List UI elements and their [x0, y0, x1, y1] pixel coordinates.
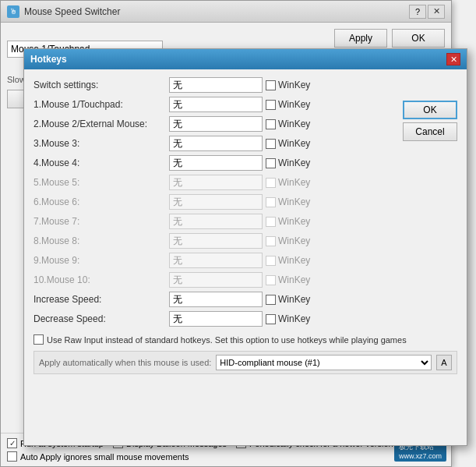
hotkeys-dialog: Hotkeys ✕ OK Cancel Switch settings: Win…: [23, 48, 467, 446]
hotkeys-row-10-winkey: WinKey: [266, 274, 328, 285]
apply-auto-label: Apply automatically when this mouse is u…: [39, 358, 211, 367]
hotkeys-row-6-winkey: WinKey: [266, 196, 328, 207]
hotkeys-row-6-winkey-check: [266, 197, 276, 207]
hotkeys-row-2-input[interactable]: [169, 116, 263, 132]
hotkeys-row-3-winkey-label: WinKey: [278, 138, 310, 149]
hotkeys-action-buttons: OK Cancel: [403, 101, 457, 141]
hotkeys-row-4-winkey-check[interactable]: [266, 158, 276, 168]
hotkeys-row-1-input[interactable]: [169, 97, 263, 112]
hotkeys-row-7-winkey: WinKey: [266, 216, 328, 227]
hotkeys-row-6-label: 6.Mouse 6:: [33, 196, 166, 207]
hotkeys-row-6-input: [169, 194, 263, 210]
main-title-bar: 🖱 Mouse Speed Switcher ? ✕: [1, 1, 451, 23]
raw-input-label: Use Raw Input instead of standard hotkey…: [47, 335, 407, 345]
hotkeys-row-4-winkey-label: WinKey: [278, 157, 310, 168]
hotkeys-row-12-winkey-check[interactable]: [266, 314, 276, 324]
hotkeys-row-7-winkey-label: WinKey: [278, 216, 310, 227]
hotkeys-title: Hotkeys: [30, 54, 67, 65]
apply-button[interactable]: Apply: [334, 29, 387, 48]
hotkeys-row-7-input: [169, 214, 263, 229]
hotkeys-row-0-winkey-check[interactable]: [266, 80, 276, 90]
hotkeys-row-12-winkey-label: WinKey: [278, 313, 310, 324]
hotkeys-row-1-winkey-label: WinKey: [278, 99, 310, 110]
raw-input-checkbox[interactable]: [33, 334, 44, 345]
hotkeys-row-4-input[interactable]: [169, 155, 263, 171]
hotkeys-row-11-label: Increase Speed:: [33, 294, 166, 305]
hotkeys-row-2-winkey-label: WinKey: [278, 119, 310, 129]
hotkeys-row-3-winkey-check[interactable]: [266, 139, 276, 149]
hotkeys-row-9-label: 9.Mouse 9:: [33, 255, 166, 266]
hotkeys-row-1-label: 1.Mouse 1/Touchpad:: [33, 99, 166, 110]
hotkeys-row-12-input[interactable]: [169, 311, 263, 327]
hotkeys-row-6-winkey-label: WinKey: [278, 196, 310, 207]
hotkeys-row-8-winkey-check: [266, 236, 276, 246]
hotkeys-row-5-winkey-check: [266, 178, 276, 188]
hotkeys-row-5-input: [169, 175, 263, 190]
hotkeys-row-1-winkey-check[interactable]: [266, 100, 276, 110]
hotkeys-row-4-winkey: WinKey: [266, 157, 328, 168]
hotkeys-row-3-label: 3.Mouse 3:: [33, 138, 166, 149]
hotkeys-row-8-winkey-label: WinKey: [278, 235, 310, 246]
help-button[interactable]: ?: [409, 5, 426, 19]
hotkeys-row-8-label: 8.Mouse 8:: [33, 235, 166, 246]
hotkeys-row-11-winkey: WinKey: [266, 294, 328, 305]
hotkeys-cancel-button[interactable]: Cancel: [403, 122, 457, 141]
auto-apply-label: Auto Apply ignores small mouse movements: [20, 452, 189, 462]
hotkeys-row-7-winkey-check: [266, 217, 276, 227]
hotkeys-row-8-winkey: WinKey: [266, 235, 328, 246]
run-at-startup-checkbox[interactable]: [7, 438, 17, 448]
main-window-title: Mouse Speed Switcher: [24, 6, 120, 17]
close-button[interactable]: ✕: [428, 5, 445, 19]
apply-auto-select[interactable]: HID-compliant mouse (#1): [216, 355, 432, 370]
hotkeys-row-11-input[interactable]: [169, 292, 263, 307]
hotkeys-row-12-label: Decrease Speed:: [33, 313, 166, 324]
hotkeys-row-2-winkey-check[interactable]: [266, 119, 276, 129]
ok-button[interactable]: OK: [392, 29, 445, 48]
hotkeys-row-12-winkey: WinKey: [266, 313, 328, 324]
hotkeys-row-11-winkey-label: WinKey: [278, 294, 310, 305]
raw-input-row: Use Raw Input instead of standard hotkey…: [33, 334, 457, 345]
hotkeys-row-1-winkey: WinKey: [266, 99, 328, 110]
hotkeys-row-9-input: [169, 253, 263, 268]
hotkeys-row-5-label: 5.Mouse 5:: [33, 177, 166, 188]
hotkeys-row-10-winkey-check: [266, 275, 276, 285]
hotkeys-row-0-winkey: WinKey: [266, 80, 328, 90]
hotkeys-row-7-label: 7.Mouse 7:: [33, 216, 166, 227]
hotkeys-row-0-winkey-label: WinKey: [278, 80, 310, 90]
hotkeys-row-5-winkey: WinKey: [266, 177, 328, 188]
hotkeys-ok-button[interactable]: OK: [403, 101, 457, 119]
hotkeys-close-button[interactable]: ✕: [446, 53, 460, 65]
hotkeys-row-10-input: [169, 272, 263, 288]
hotkeys-row-5-winkey-label: WinKey: [278, 177, 310, 188]
hotkeys-row-3-winkey: WinKey: [266, 138, 328, 149]
hotkeys-title-bar: Hotkeys ✕: [24, 49, 467, 69]
hotkeys-row-0-input[interactable]: [169, 77, 263, 93]
hotkeys-row-2-winkey: WinKey: [266, 119, 328, 129]
hotkeys-row-4-label: 4.Mouse 4:: [33, 157, 166, 168]
hotkeys-row-9-winkey-label: WinKey: [278, 255, 310, 266]
hotkeys-row-10-label: 10.Mouse 10:: [33, 274, 166, 285]
hotkeys-row-11-winkey-check[interactable]: [266, 295, 276, 305]
hotkeys-row-9-winkey: WinKey: [266, 255, 328, 266]
app-icon: 🖱: [7, 5, 19, 18]
hotkeys-row-0-label: Switch settings:: [33, 80, 166, 90]
auto-apply-checkbox[interactable]: [7, 451, 17, 462]
hotkeys-content: Switch settings: WinKey 1.Mouse 1/Touchp…: [24, 69, 467, 382]
hotkeys-row-2-label: 2.Mouse 2/External Mouse:: [33, 119, 166, 129]
hotkeys-row-3-input[interactable]: [169, 136, 263, 151]
apply-auto-row: Apply automatically when this mouse is u…: [33, 351, 457, 374]
hotkeys-row-10-winkey-label: WinKey: [278, 274, 310, 285]
hotkeys-row-9-winkey-check: [266, 256, 276, 266]
apply-auto-a-button[interactable]: A: [436, 355, 452, 370]
hotkeys-row-8-input: [169, 233, 263, 249]
